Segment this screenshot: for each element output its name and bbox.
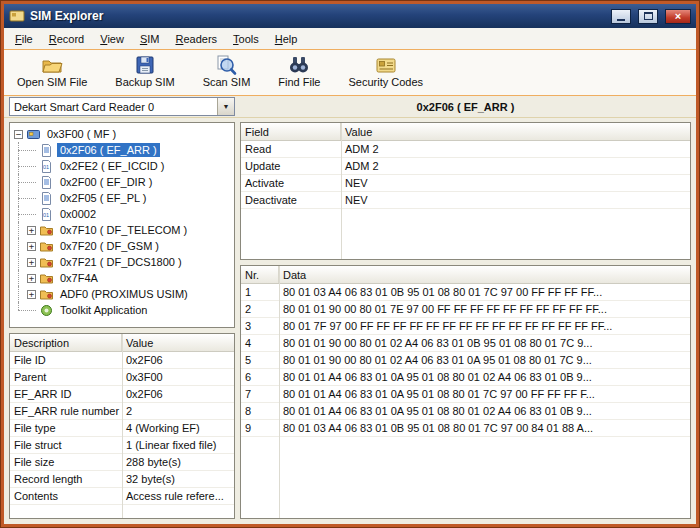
tree-item-label: 0x3F00 ( MF ) [44, 127, 119, 141]
record-row-key: 5 [241, 352, 279, 368]
expand-toggle-icon[interactable]: + [27, 242, 36, 251]
access-rule-row[interactable]: ReadADM 2 [241, 141, 690, 158]
record-row-value: 80 01 01 A4 06 83 01 0A 95 01 08 80 01 7… [279, 386, 690, 402]
close-button[interactable]: × [665, 9, 691, 24]
menu-sim[interactable]: SIM [132, 29, 168, 49]
access-table-header: Field Value [241, 123, 690, 141]
tree-item-label: ADF0 (PROXIMUS USIM) [57, 287, 191, 301]
property-row[interactable]: File struct1 (Linear fixed file) [10, 437, 234, 454]
expand-toggle-icon[interactable]: + [27, 274, 36, 283]
record-row[interactable]: 680 01 01 A4 06 83 01 0A 95 01 08 80 01 … [241, 369, 690, 386]
menu-record[interactable]: Record [41, 29, 92, 49]
property-row[interactable]: EF_ARR rule number2 [10, 403, 234, 420]
tree-item-0x2f00[interactable]: 0x2F00 ( EF_DIR ) [12, 174, 232, 190]
record-row[interactable]: 880 01 01 A4 06 83 01 0A 95 01 08 80 01 … [241, 403, 690, 420]
menu-readers[interactable]: Readers [167, 29, 225, 49]
property-row-value: 32 byte(s) [122, 471, 234, 487]
tree-item-label: 0x7F20 ( DF_GSM ) [57, 239, 162, 253]
tree-item-0x7f10[interactable]: +0x7F10 ( DF_TELECOM ) [12, 222, 232, 238]
tree-item-toolkit[interactable]: Toolkit Application [12, 302, 232, 318]
property-row[interactable]: EF_ARR ID0x2F06 [10, 386, 234, 403]
menu-file[interactable]: File [7, 29, 41, 49]
property-row-value: 4 (Working EF) [122, 420, 234, 436]
toolbar-button-label: Backup SIM [115, 76, 174, 88]
find-file-button[interactable]: Find File [273, 52, 325, 90]
properties-table-body: File ID0x2F06Parent0x3F00EF_ARR ID0x2F06… [10, 352, 234, 505]
property-row-key: Contents [10, 488, 122, 504]
column-header-value[interactable]: Value [341, 123, 690, 140]
access-rule-row-key: Read [241, 141, 341, 157]
maximize-icon [644, 12, 653, 20]
column-header-nr[interactable]: Nr. [241, 266, 279, 283]
record-row[interactable]: 280 01 01 90 00 80 01 7E 97 00 FF FF FF … [241, 301, 690, 318]
file-properties-panel: Description Value File ID0x2F06Parent0x3… [9, 333, 235, 519]
tree-item-0x0002[interactable]: 010x0002 [12, 206, 232, 222]
column-header-value[interactable]: Value [122, 334, 234, 351]
record-row-value: 80 01 01 90 00 80 01 02 A4 06 83 01 0A 9… [279, 352, 690, 368]
collapse-toggle-icon[interactable]: − [14, 130, 23, 139]
record-row[interactable]: 780 01 01 A4 06 83 01 0A 95 01 08 80 01 … [241, 386, 690, 403]
tree-item-0x7f20[interactable]: +0x7F20 ( DF_GSM ) [12, 238, 232, 254]
scan-sim-button[interactable]: Scan SIM [198, 52, 256, 90]
tree-item-0x7f21[interactable]: +0x7F21 ( DF_DCS1800 ) [12, 254, 232, 270]
tree-item-adf0[interactable]: +ADF0 (PROXIMUS USIM) [12, 286, 232, 302]
menu-view[interactable]: View [92, 29, 132, 49]
app-icon [9, 8, 25, 24]
backup-sim-button[interactable]: Backup SIM [110, 52, 179, 90]
tree-item-0x2f06[interactable]: 0x2F06 ( EF_ARR ) [12, 142, 232, 158]
property-row[interactable]: ContentsAccess rule refere... [10, 488, 234, 505]
record-row[interactable]: 480 01 01 90 00 80 01 02 A4 06 83 01 0B … [241, 335, 690, 352]
properties-table-header: Description Value [10, 334, 234, 352]
property-row[interactable]: File size288 byte(s) [10, 454, 234, 471]
record-row-key: 6 [241, 369, 279, 385]
reader-select-value: Dekart Smart Card Reader 0 [10, 101, 217, 113]
property-row-value: 0x2F06 [122, 386, 234, 402]
security-codes-button[interactable]: Security Codes [344, 52, 429, 90]
open-sim-file-button[interactable]: Open SIM File [12, 52, 92, 90]
titlebar[interactable]: SIM Explorer × [4, 4, 696, 28]
tree-item-0x2fe2[interactable]: 010x2FE2 ( EF_ICCID ) [12, 158, 232, 174]
column-header-description[interactable]: Description [10, 334, 122, 351]
property-row[interactable]: File ID0x2F06 [10, 352, 234, 369]
tree-item-0x7f4a[interactable]: +0x7F4A [12, 270, 232, 286]
property-row-value: 1 (Linear fixed file) [122, 437, 234, 453]
record-row[interactable]: 580 01 01 90 00 80 01 02 A4 06 83 01 0A … [241, 352, 690, 369]
menu-tools[interactable]: Tools [225, 29, 267, 49]
folder-icon [40, 256, 53, 269]
reader-select[interactable]: Dekart Smart Card Reader 0 ▼ [9, 97, 235, 116]
record-row[interactable]: 380 01 7F 97 00 FF FF FF FF FF FF FF FF … [241, 318, 690, 335]
expand-toggle-icon[interactable]: + [27, 258, 36, 267]
access-rule-row[interactable]: UpdateADM 2 [241, 158, 690, 175]
minimize-button[interactable] [611, 9, 631, 24]
column-header-field[interactable]: Field [241, 123, 341, 140]
record-row-value: 80 01 01 A4 06 83 01 0A 95 01 08 80 01 0… [279, 369, 690, 385]
toolbar-button-label: Security Codes [349, 76, 424, 88]
left-column: −0x3F00 ( MF )0x2F06 ( EF_ARR )010x2FE2 … [9, 122, 235, 519]
record-row[interactable]: 980 01 03 A4 06 83 01 0B 95 01 08 80 01 … [241, 420, 690, 437]
property-row[interactable]: Parent0x3F00 [10, 369, 234, 386]
access-rule-row-value: ADM 2 [341, 141, 690, 157]
property-row[interactable]: Record length32 byte(s) [10, 471, 234, 488]
access-rule-row-value: NEV [341, 192, 690, 208]
main-content: −0x3F00 ( MF )0x2F06 ( EF_ARR )010x2FE2 … [4, 118, 696, 524]
maximize-button[interactable] [638, 9, 658, 24]
property-row-key: EF_ARR ID [10, 386, 122, 402]
records-table-body: 180 01 03 A4 06 83 01 0B 95 01 08 80 01 … [241, 284, 690, 437]
record-row-key: 4 [241, 335, 279, 351]
record-row[interactable]: 180 01 03 A4 06 83 01 0B 95 01 08 80 01 … [241, 284, 690, 301]
toolbar-button-label: Open SIM File [17, 76, 87, 88]
chevron-down-icon[interactable]: ▼ [217, 98, 234, 115]
access-rule-row[interactable]: ActivateNEV [241, 175, 690, 192]
tree-item-0x2f05[interactable]: 0x2F05 ( EF_PL ) [12, 190, 232, 206]
access-rule-row[interactable]: DeactivateNEV [241, 192, 690, 209]
expand-toggle-icon[interactable]: + [27, 290, 36, 299]
expand-toggle-icon[interactable]: + [27, 226, 36, 235]
record-row-key: 2 [241, 301, 279, 317]
property-row[interactable]: File type4 (Working EF) [10, 420, 234, 437]
record-row-key: 3 [241, 318, 279, 334]
tree-item-0x3f00[interactable]: −0x3F00 ( MF ) [12, 126, 232, 142]
binary-file-icon: 01 [40, 208, 53, 221]
menu-help[interactable]: Help [267, 29, 306, 49]
column-header-data[interactable]: Data [279, 266, 690, 283]
window-frame: SIM Explorer × FileRecordViewSIMReadersT… [0, 0, 700, 528]
